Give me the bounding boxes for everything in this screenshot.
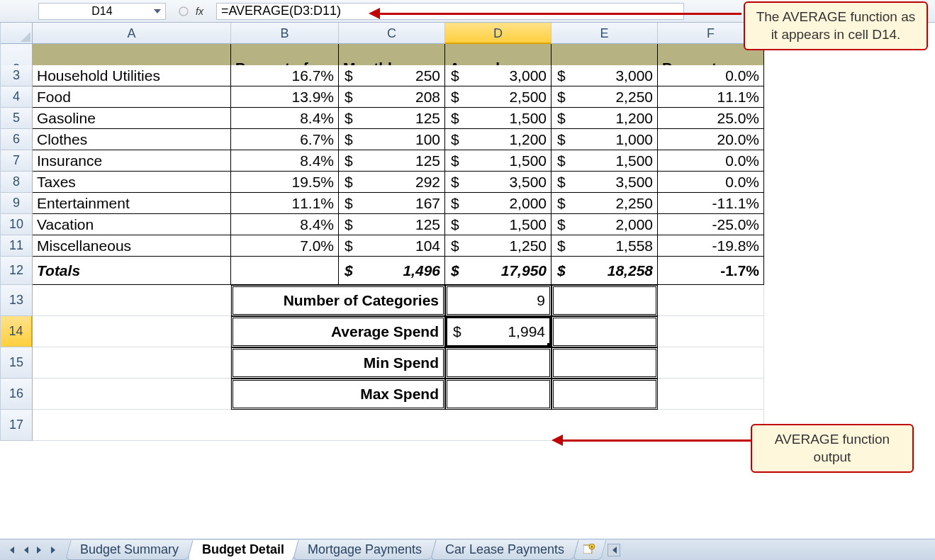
cell-annual-11[interactable]: $1,250 xyxy=(445,235,552,257)
row-header-10[interactable]: 10 xyxy=(1,214,33,235)
cell-change-9[interactable]: -11.1% xyxy=(658,193,764,214)
cell-category-10[interactable]: Vacation xyxy=(33,214,231,235)
tab-budget-summary[interactable]: Budget Summary xyxy=(65,540,194,560)
average-spend-label[interactable]: Average Spend xyxy=(231,316,445,347)
cell-change-7[interactable]: 0.0% xyxy=(658,150,764,172)
cell-monthly-4[interactable]: $208 xyxy=(339,86,445,108)
cell-category-6[interactable]: Clothes xyxy=(33,129,231,150)
cell-ly-6[interactable]: $1,000 xyxy=(552,129,658,150)
cell-ly-5[interactable]: $1,200 xyxy=(552,108,658,129)
cell-annual-7[interactable]: $1,500 xyxy=(445,150,552,172)
cell-category-4[interactable]: Food xyxy=(33,86,231,108)
cell-annual-6[interactable]: $1,200 xyxy=(445,129,552,150)
cell-monthly-9[interactable]: $167 xyxy=(339,193,445,214)
fx-icon[interactable]: fx xyxy=(196,6,203,17)
row-header-11[interactable]: 11 xyxy=(1,235,33,257)
name-box-dropdown-icon[interactable] xyxy=(150,4,165,19)
cell-e15[interactable] xyxy=(552,347,658,379)
cell-pct-8[interactable]: 19.5% xyxy=(231,172,339,193)
cell-category-5[interactable]: Gasoline xyxy=(33,108,231,129)
row-header-3[interactable]: 3 xyxy=(1,65,33,86)
cell-ly-11[interactable]: $1,558 xyxy=(552,235,658,257)
cell-a16[interactable] xyxy=(33,379,231,410)
num-categories-label[interactable]: Number of Categories xyxy=(231,285,445,316)
cell-category-3[interactable]: Household Utilities xyxy=(33,65,231,86)
row-header-8[interactable]: 8 xyxy=(1,172,33,193)
col-header-a[interactable]: A xyxy=(33,23,231,44)
row-17-cells[interactable] xyxy=(33,410,764,441)
max-spend-value[interactable] xyxy=(445,379,552,410)
cell-category-8[interactable]: Taxes xyxy=(33,172,231,193)
cell-a15[interactable] xyxy=(33,347,231,379)
cell-ly-10[interactable]: $2,000 xyxy=(552,214,658,235)
scroll-left-icon[interactable] xyxy=(608,544,620,556)
cell-e14[interactable] xyxy=(552,316,658,347)
cell-f15[interactable] xyxy=(658,347,764,379)
cell-pct-7[interactable]: 8.4% xyxy=(231,150,339,172)
tab-budget-detail[interactable]: Budget Detail xyxy=(187,540,299,560)
row-header-7[interactable]: 7 xyxy=(1,150,33,172)
row-header-16[interactable]: 16 xyxy=(1,379,33,410)
cell-monthly-8[interactable]: $292 xyxy=(339,172,445,193)
row-header-13[interactable]: 13 xyxy=(1,285,33,316)
cell-f16[interactable] xyxy=(658,379,764,410)
cell-category-9[interactable]: Entertainment xyxy=(33,193,231,214)
cell-monthly-6[interactable]: $100 xyxy=(339,129,445,150)
totals-monthly[interactable]: $1,496 xyxy=(339,257,445,285)
col-header-e[interactable]: E xyxy=(552,23,658,44)
cell-ly-8[interactable]: $3,500 xyxy=(552,172,658,193)
cell-annual-8[interactable]: $3,500 xyxy=(445,172,552,193)
row-header-14[interactable]: 14 xyxy=(1,316,33,347)
max-spend-label[interactable]: Max Spend xyxy=(231,379,445,410)
totals-annual[interactable]: $17,950 xyxy=(445,257,552,285)
row-header-12[interactable]: 12 xyxy=(1,257,33,285)
cell-change-3[interactable]: 0.0% xyxy=(658,65,764,86)
num-categories-value[interactable]: 9 xyxy=(445,285,552,316)
formula-input[interactable]: =AVERAGE(D3:D11) xyxy=(216,3,684,20)
cell-change-8[interactable]: 0.0% xyxy=(658,172,764,193)
cell-annual-10[interactable]: $1,500 xyxy=(445,214,552,235)
tab-prev-icon[interactable] xyxy=(18,542,33,558)
cell-monthly-3[interactable]: $250 xyxy=(339,65,445,86)
cell-ly-4[interactable]: $2,250 xyxy=(552,86,658,108)
cell-pct-5[interactable]: 8.4% xyxy=(231,108,339,129)
cell-f14[interactable] xyxy=(658,316,764,347)
cell-monthly-7[interactable]: $125 xyxy=(339,150,445,172)
cell-pct-4[interactable]: 13.9% xyxy=(231,86,339,108)
insert-sheet-icon[interactable]: ✶ xyxy=(573,540,607,560)
cell-change-10[interactable]: -25.0% xyxy=(658,214,764,235)
cell-f13[interactable] xyxy=(658,285,764,316)
name-box[interactable]: D14 xyxy=(38,3,166,20)
cell-change-6[interactable]: 20.0% xyxy=(658,129,764,150)
tab-last-icon[interactable] xyxy=(47,542,61,558)
min-spend-value[interactable] xyxy=(445,347,552,379)
cell-pct-10[interactable]: 8.4% xyxy=(231,214,339,235)
cell-annual-9[interactable]: $2,000 xyxy=(445,193,552,214)
col-header-b[interactable]: B xyxy=(231,23,339,44)
cell-annual-5[interactable]: $1,500 xyxy=(445,108,552,129)
cell-monthly-5[interactable]: $125 xyxy=(339,108,445,129)
row-header-9[interactable]: 9 xyxy=(1,193,33,214)
row-header-15[interactable]: 15 xyxy=(1,347,33,379)
cell-pct-11[interactable]: 7.0% xyxy=(231,235,339,257)
cell-annual-4[interactable]: $2,500 xyxy=(445,86,552,108)
cell-category-11[interactable]: Miscellaneous xyxy=(33,235,231,257)
tab-next-icon[interactable] xyxy=(33,542,47,558)
totals-change[interactable]: -1.7% xyxy=(658,257,764,285)
cell-monthly-10[interactable]: $125 xyxy=(339,214,445,235)
col-header-d[interactable]: D xyxy=(445,23,552,44)
cell-change-4[interactable]: 11.1% xyxy=(658,86,764,108)
row-header-6[interactable]: 6 xyxy=(1,129,33,150)
totals-label[interactable]: Totals xyxy=(33,257,231,285)
row-header-5[interactable]: 5 xyxy=(1,108,33,129)
cell-e16[interactable] xyxy=(552,379,658,410)
cell-a13[interactable] xyxy=(33,285,231,316)
tab-first-icon[interactable] xyxy=(4,542,18,558)
select-all-corner[interactable] xyxy=(1,23,33,44)
cell-ly-7[interactable]: $1,500 xyxy=(552,150,658,172)
cell-a14[interactable] xyxy=(33,316,231,347)
cancel-formula-icon[interactable] xyxy=(176,4,191,19)
totals-b[interactable] xyxy=(231,257,339,285)
cell-change-5[interactable]: 25.0% xyxy=(658,108,764,129)
cell-ly-9[interactable]: $2,250 xyxy=(552,193,658,214)
